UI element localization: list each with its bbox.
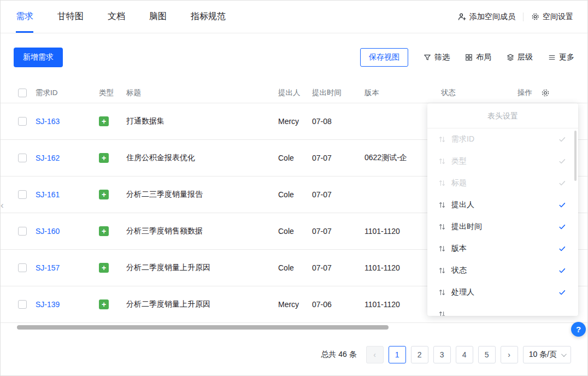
column-setting-label: 处理人	[451, 287, 553, 297]
requirement-title[interactable]: 住房公积金报表优化	[126, 153, 278, 163]
column-setting-label: 提出时间	[451, 222, 553, 232]
requirement-id-link[interactable]: SJ-162	[36, 154, 60, 162]
tab-metric-spec[interactable]: 指标规范	[191, 1, 226, 33]
header-proposer[interactable]: 提出人	[278, 88, 312, 98]
add-space-member-label: 添加空间成员	[469, 12, 515, 22]
save-view-button[interactable]: 保存视图	[360, 48, 408, 67]
requirement-id-link[interactable]: SJ-139	[36, 300, 60, 309]
requirement-title[interactable]: 分析二季度销量上升原因	[126, 299, 278, 309]
proposer-cell: Cole	[278, 154, 312, 162]
hierarchy-label: 层级	[518, 52, 533, 62]
column-setting-item-title: 标题	[427, 172, 578, 194]
tab-mindmap[interactable]: 脑图	[149, 1, 167, 33]
header-title[interactable]: 标题	[126, 88, 278, 98]
check-icon	[558, 201, 566, 209]
tab-gantt[interactable]: 甘特图	[57, 1, 84, 33]
new-requirement-button[interactable]: 新增需求	[14, 48, 63, 67]
propose-time-cell: 07-08	[312, 117, 364, 126]
next-page-button[interactable]: ›	[501, 346, 518, 363]
row-checkbox[interactable]	[18, 300, 27, 309]
requirement-title[interactable]: 分析二三季度销量报告	[126, 190, 278, 199]
select-all-checkbox[interactable]	[18, 89, 27, 97]
horizontal-scrollbar[interactable]	[17, 325, 389, 330]
table-header-row: 需求ID 类型 标题 提出人 提出时间 版本 状态 操作	[1, 83, 587, 103]
page-button-2[interactable]: 2	[411, 346, 428, 363]
layers-icon	[507, 54, 514, 61]
row-checkbox[interactable]	[18, 190, 27, 199]
propose-time-cell: 07-07	[312, 263, 364, 272]
sort-handle-icon	[438, 179, 446, 187]
sort-handle-icon[interactable]	[438, 245, 446, 252]
layout-icon	[465, 54, 473, 61]
tab-requirements[interactable]: 需求	[16, 1, 33, 33]
column-setting-item-handler[interactable]: 处理人	[427, 281, 578, 303]
add-space-member-button[interactable]: 添加空间成员	[458, 12, 515, 22]
chevron-down-icon	[561, 351, 567, 357]
sort-handle-icon[interactable]	[438, 289, 446, 296]
requirement-title[interactable]: 打通数据集	[126, 116, 278, 126]
requirement-id-link[interactable]: SJ-157	[36, 263, 60, 272]
column-setting-label: 提出人	[451, 200, 553, 210]
check-icon	[558, 223, 566, 231]
page-button-4[interactable]: 4	[456, 346, 473, 363]
prev-page-button[interactable]: ‹	[366, 346, 384, 363]
toolbar: 新增需求 保存视图 筛选 布局	[1, 47, 587, 68]
requirement-type-icon	[99, 190, 109, 199]
header-version[interactable]: 版本	[364, 88, 441, 98]
requirement-title[interactable]: 分析三季度销售额数据	[126, 226, 278, 236]
page-button-3[interactable]: 3	[433, 346, 451, 363]
tab-documents[interactable]: 文档	[108, 1, 125, 33]
column-setting-label: 版本	[451, 244, 553, 254]
page-size-value: 10 条/页	[529, 350, 557, 360]
sort-handle-icon	[438, 157, 446, 165]
requirement-type-icon	[99, 299, 109, 309]
row-checkbox[interactable]	[18, 227, 27, 236]
proposer-cell: Mercy	[278, 300, 312, 309]
layout-label: 布局	[476, 52, 491, 62]
filter-icon	[424, 54, 431, 61]
column-setting-item-status[interactable]: 状态	[427, 260, 578, 281]
hierarchy-button[interactable]: 层级	[507, 52, 533, 62]
column-setting-item-proposer[interactable]: 提出人	[427, 194, 578, 216]
space-settings-button[interactable]: 空间设置	[531, 12, 573, 22]
filter-button[interactable]: 筛选	[424, 52, 450, 62]
sort-handle-icon[interactable]	[438, 201, 446, 209]
toolbar-right: 保存视图 筛选 布局	[360, 48, 574, 67]
row-checkbox[interactable]	[18, 263, 27, 272]
filter-label: 筛选	[434, 52, 450, 62]
sort-handle-icon[interactable]	[438, 267, 446, 274]
row-checkbox[interactable]	[18, 154, 27, 162]
column-setting-label: 标题	[451, 178, 553, 188]
dropdown-scrollbar[interactable]	[574, 131, 577, 181]
more-icon	[548, 54, 556, 61]
requirement-id-link[interactable]: SJ-161	[36, 190, 60, 199]
requirement-id-link[interactable]: SJ-160	[36, 227, 60, 236]
row-checkbox[interactable]	[18, 117, 27, 126]
column-settings-gear-icon[interactable]	[541, 89, 550, 97]
collapse-left-arrow-icon[interactable]: ‹	[1, 201, 4, 210]
requirement-id-link[interactable]: SJ-163	[36, 117, 60, 126]
total-count-label: 总共 46 条	[321, 350, 356, 360]
requirement-title[interactable]: 分析二季度销量上升原因	[126, 263, 278, 273]
header-status[interactable]: 状态	[441, 88, 518, 98]
page-button-5[interactable]: 5	[478, 346, 496, 363]
more-button[interactable]: 更多	[548, 52, 574, 62]
column-setting-item-requirement-id: 需求ID	[427, 128, 578, 150]
column-setting-label: 需求ID	[451, 134, 553, 144]
page-button-1[interactable]: 1	[389, 346, 406, 363]
header-propose-time[interactable]: 提出时间	[312, 88, 364, 98]
layout-button[interactable]: 布局	[465, 52, 491, 62]
more-label: 更多	[559, 52, 574, 62]
check-icon	[558, 245, 566, 252]
propose-time-cell: 07-07	[312, 227, 364, 236]
help-button[interactable]: ?	[571, 322, 586, 337]
column-setting-item-propose-time[interactable]: 提出时间	[427, 216, 578, 238]
page-size-select[interactable]: 10 条/页	[523, 346, 571, 363]
sort-handle-icon[interactable]	[438, 223, 446, 231]
column-setting-item-partial[interactable]	[427, 303, 578, 316]
header-requirement-id[interactable]: 需求ID	[36, 88, 99, 98]
top-nav: 需求 甘特图 文档 脑图 指标规范 添加空间成员 空间	[1, 1, 587, 33]
proposer-cell: Mercy	[278, 117, 312, 126]
header-type[interactable]: 类型	[99, 88, 126, 98]
column-setting-item-version[interactable]: 版本	[427, 238, 578, 260]
